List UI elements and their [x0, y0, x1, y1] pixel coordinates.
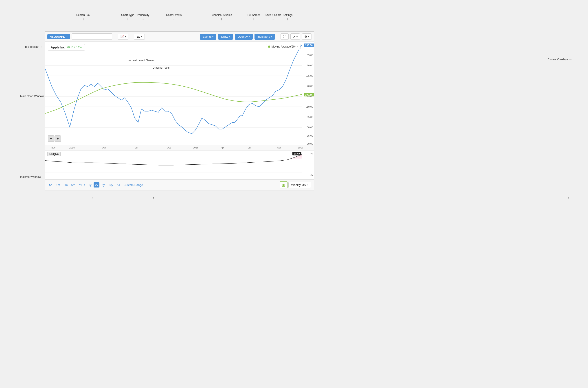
period-text: 1w	[136, 35, 140, 38]
moving-avg-badge: Moving Average(50) ×	[266, 44, 301, 49]
search-box-annotation: Search Box ↓	[76, 13, 90, 21]
overlay-arrow: ▾	[249, 35, 250, 38]
events-button[interactable]: Events ▾	[200, 34, 217, 40]
x-tick-2017: 2017	[298, 146, 303, 149]
chart-events-annotation: Chart Events ↓	[166, 13, 181, 21]
filter-2y-button[interactable]: 2y	[94, 182, 100, 188]
templates-dropdown[interactable]: Weekly MA ▾	[288, 182, 311, 188]
y-tick-125: 125.00	[306, 74, 313, 77]
instrument-change: +0.13 / 0.1%	[67, 46, 82, 49]
y-tick-100: 100.00	[306, 126, 313, 129]
y-tick-110: 110.00	[306, 105, 313, 108]
toolbar-separator-2	[131, 34, 131, 39]
full-screen-annotation: Full Screen ↓	[247, 13, 260, 21]
settings-button[interactable]: ⚙ ▾	[302, 33, 312, 40]
custom-range-button[interactable]: Custom Range	[122, 182, 144, 188]
zoom-in-button[interactable]: +	[54, 135, 61, 142]
technical-studies-annotation: Technical Studies ↓	[211, 13, 232, 21]
y-tick-120: 120.00	[306, 85, 313, 87]
instrument-overlay: Apple Inc +0.13 / 0.1%	[48, 44, 85, 51]
save-share-annotation: Save & Share ↓	[265, 13, 281, 21]
line-chart-icon: 📈	[120, 35, 124, 38]
fullscreen-button[interactable]: ⛶	[281, 33, 289, 40]
x-tick-jul2: Jul	[248, 146, 251, 149]
top-toolbar: NSQ:AAPL × 📈 ▾ 1w ▾ Events ▾ Draw ▾	[45, 32, 314, 42]
settings-annotation: Settings ↓	[283, 13, 292, 21]
indicators-label: Indicators	[257, 35, 270, 38]
symbol-text: NSQ:AAPL	[50, 35, 65, 38]
top-toolbar-annotation: Top Toolbar →	[25, 45, 43, 49]
save-share-icon: ↗	[293, 35, 296, 38]
y-tick-90: 90.00	[307, 143, 313, 145]
period-arrow: ▾	[141, 35, 142, 38]
rsi-label: RSI(14)	[47, 152, 61, 156]
x-tick-2015: 2015	[69, 146, 75, 149]
templates-arrow: ▾	[307, 184, 308, 186]
x-tick-2016: 2016	[193, 146, 198, 149]
instrument-name: Apple Inc	[51, 46, 65, 49]
indicator-window-annotation: Indicator Window →	[20, 175, 45, 179]
filter-10y-button[interactable]: 10y	[107, 182, 114, 188]
search-input[interactable]	[72, 33, 112, 40]
rsi-svg	[45, 150, 302, 179]
y-tick-95: 95.00	[307, 134, 313, 137]
ma-dot-icon	[268, 46, 270, 48]
x-tick-jul1: Jul	[135, 146, 138, 149]
chart-container: NSQ:AAPL × 📈 ▾ 1w ▾ Events ▾ Draw ▾	[45, 31, 314, 190]
settings-icon: ⚙	[304, 35, 307, 38]
fullscreen-icon: ⛶	[283, 35, 286, 38]
toolbar-separator-3	[278, 34, 278, 39]
save-share-button[interactable]: ↗ ▾	[290, 33, 300, 40]
custom-date-range-annotation: ↑ Custom Date Range	[141, 196, 166, 199]
symbol-tag[interactable]: NSQ:AAPL ×	[47, 34, 70, 39]
chart-type-button[interactable]: 📈 ▾	[118, 34, 128, 40]
x-tick-oct2: Oct	[277, 146, 281, 149]
date-filters-annotation: ↑ Date Filters	[85, 196, 99, 199]
ma-label: Moving Average(50)	[272, 45, 296, 48]
current-overlays-annotation: Current Overlays →	[548, 57, 572, 61]
x-axis: Nov 2015 Apr Jul Oct 2016 Apr Jul Oct 20…	[45, 145, 314, 150]
indicators-arrow: ▾	[271, 35, 272, 38]
filter-5d-button[interactable]: 5d	[48, 182, 54, 188]
events-arrow: ▾	[212, 35, 213, 38]
indicators-button[interactable]: Indicators ▾	[255, 34, 275, 40]
filter-5y-button[interactable]: 5y	[100, 182, 106, 188]
template-label: Weekly MA	[291, 183, 306, 187]
draw-arrow: ▾	[229, 35, 230, 38]
save-template-button[interactable]: ▣	[280, 181, 287, 188]
current-price-label: 136.66	[304, 44, 314, 47]
toolbar-separator-1	[115, 34, 115, 39]
x-tick-nov: Nov	[51, 146, 55, 149]
periodicity-button[interactable]: 1w ▾	[134, 34, 145, 40]
zoom-controls: − +	[48, 135, 61, 142]
settings-arrow: ▾	[308, 35, 309, 38]
rsi-y-tick-30: 30	[310, 173, 313, 176]
y-tick-105: 105.00	[306, 116, 313, 119]
zoom-out-button[interactable]: −	[48, 135, 54, 142]
overlay-button[interactable]: Overlay ▾	[235, 34, 253, 40]
chart-svg	[45, 42, 302, 145]
chart-type-arrow: ▾	[125, 35, 126, 38]
filter-1m-button[interactable]: 1m	[54, 182, 61, 188]
ma-price-label: 109.35	[304, 93, 314, 97]
filter-1y-button[interactable]: 1y	[87, 182, 93, 188]
filter-3m-button[interactable]: 3m	[62, 182, 69, 188]
draw-button[interactable]: Draw ▾	[218, 34, 233, 40]
y-tick-130: 130.00	[306, 64, 313, 67]
main-chart-area: Apple Inc +0.13 / 0.1% Moving Average(50…	[45, 42, 314, 145]
ma-close-icon[interactable]: ×	[297, 45, 299, 48]
symbol-close-icon[interactable]: ×	[66, 35, 68, 38]
x-tick-oct1: Oct	[167, 146, 171, 149]
chart-type-annotation: Chart Type ↓	[121, 13, 134, 21]
filter-ytd-button[interactable]: YTD	[78, 182, 86, 188]
filter-all-button[interactable]: All	[115, 182, 121, 188]
rsi-value-badge: 78.67	[292, 152, 301, 155]
indicator-window: RSI(14) 78.67 70 30	[45, 150, 314, 179]
save-template-icon: ▣	[282, 183, 285, 187]
rsi-y-tick-70: 70	[310, 153, 313, 155]
save-share-arrow: ▾	[296, 35, 298, 38]
filter-6m-button[interactable]: 6m	[70, 182, 77, 188]
saved-templates-annotation: ↑ Saved Templates	[558, 196, 579, 199]
overlay-label: Overlay	[238, 35, 248, 38]
x-tick-apr2: Apr	[221, 146, 224, 149]
